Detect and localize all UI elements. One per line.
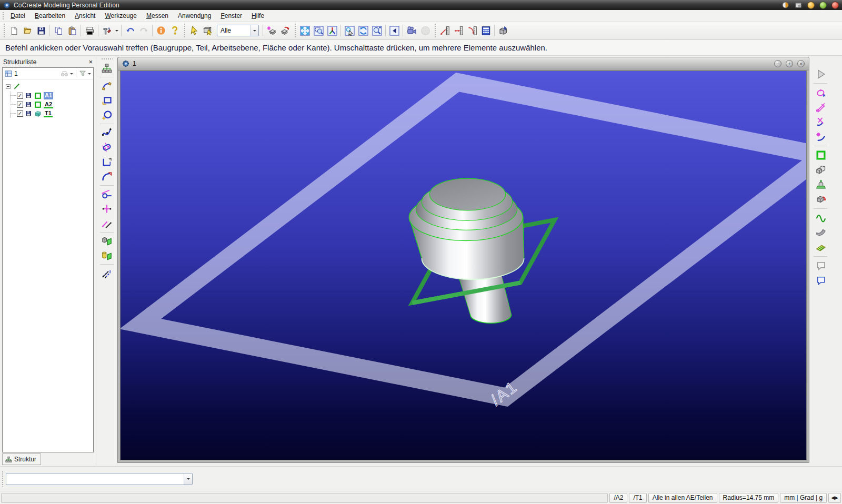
customize-dropdown-button[interactable] (114, 24, 119, 37)
toolbar-drag-handle[interactable] (294, 23, 296, 38)
selection-filter-arrow[interactable] (250, 25, 258, 36)
new-button[interactable] (7, 24, 21, 37)
status-units[interactable]: mm | Grad | g (780, 493, 827, 503)
calculator-button[interactable] (479, 24, 493, 37)
hatch-button[interactable] (99, 266, 114, 280)
delete-highlight-button[interactable] (265, 24, 278, 37)
sketch-rectangle-button[interactable] (99, 93, 114, 108)
tree-row-a2[interactable]: ✓ A2 (11, 100, 92, 109)
menu-anwendung[interactable]: Anwendung (173, 11, 216, 21)
measure-length-button[interactable] (452, 24, 465, 37)
camera-button[interactable] (405, 24, 418, 37)
menu-ansicht[interactable]: Ansicht (70, 11, 100, 21)
language-toggle-icon[interactable] (782, 2, 790, 8)
undo-button[interactable] (123, 24, 137, 37)
viewport-note-button[interactable] (814, 258, 828, 273)
help-button[interactable] (168, 24, 182, 37)
tree-expander-icon[interactable] (6, 84, 11, 89)
select-part-button[interactable] (201, 24, 215, 37)
customize-button[interactable] (100, 24, 114, 37)
menu-hilfe[interactable]: Hilfe (247, 11, 269, 21)
freeform-button[interactable] (814, 210, 828, 225)
minimize-button[interactable] (807, 2, 815, 9)
machine-button[interactable] (814, 177, 828, 192)
mesh-button[interactable] (814, 240, 828, 255)
menu-datei[interactable]: Datei (6, 11, 30, 21)
tree-root-row[interactable] (4, 82, 92, 91)
paste-button[interactable] (65, 24, 79, 37)
tree-item-label[interactable]: A2 (44, 101, 53, 108)
sketch-slot-button[interactable] (99, 140, 114, 155)
close-button[interactable] (831, 2, 839, 9)
search-dropdown-caret[interactable] (70, 73, 73, 76)
visibility-checkbox[interactable]: ✓ (17, 102, 23, 108)
status-workplane[interactable]: /A2 (609, 493, 627, 503)
sketch-circle-button[interactable] (99, 108, 114, 123)
viewport-close-button[interactable]: × (797, 60, 805, 67)
rotate-view-button[interactable] (356, 24, 370, 37)
command-combobox-arrow[interactable] (184, 473, 192, 485)
sketch-point-button[interactable] (99, 201, 114, 216)
project-cylinder-button[interactable] (99, 248, 114, 263)
tab-struktur[interactable]: Struktur (2, 453, 41, 465)
print-button[interactable] (83, 24, 96, 37)
command-line-drag-handle[interactable] (2, 471, 4, 487)
status-part[interactable]: /T1 (629, 493, 646, 503)
dimension-button[interactable] (814, 100, 828, 115)
toolbar-drag-handle[interactable] (434, 23, 436, 38)
measure-distance-button[interactable] (438, 24, 452, 37)
tree-row-a1[interactable]: ✓ A1 (11, 91, 92, 100)
measure-angle-button[interactable] (465, 24, 479, 37)
copy-button[interactable] (52, 24, 65, 37)
new-workplane-button[interactable] (814, 148, 828, 163)
tree-item-label[interactable]: A1 (44, 92, 53, 99)
menu-werkzeuge[interactable]: Werkzeuge (100, 11, 141, 21)
selection-filter-combobox[interactable]: Alle (217, 25, 259, 36)
toolbar-drag-handle[interactable] (184, 23, 186, 38)
play-macro-button[interactable] (814, 67, 828, 82)
modify-3d-button[interactable] (814, 192, 828, 207)
window-switch-icon[interactable] (795, 2, 803, 8)
toolbar-drag-handle[interactable] (3, 23, 5, 38)
menu-bearbeiten[interactable]: Bearbeiten (30, 11, 70, 21)
redo-button[interactable] (137, 24, 151, 37)
visibility-checkbox[interactable]: ✓ (17, 110, 23, 117)
menu-fenster[interactable]: Fenster (216, 11, 247, 21)
viewport-title-bar[interactable]: 1 − + × (118, 57, 809, 70)
save-button[interactable] (34, 24, 48, 37)
status-scope[interactable]: Alle in allen AE/Teilen (648, 493, 717, 503)
viewport-maximize-button[interactable]: + (786, 60, 793, 67)
filter-funnel-icon[interactable] (79, 70, 86, 77)
visibility-checkbox[interactable]: ✓ (17, 93, 23, 99)
structure-panel-close-button[interactable]: × (88, 58, 93, 65)
loft-button[interactable] (814, 225, 828, 240)
open-button[interactable] (21, 24, 34, 37)
status-radius[interactable]: Radius=14.75 mm (719, 493, 779, 503)
structure-browser-button[interactable] (99, 61, 114, 76)
set-rotation-center-button[interactable] (343, 24, 356, 37)
sketch-spline-button[interactable] (99, 125, 114, 140)
maximize-button[interactable] (819, 2, 827, 9)
measure-3d-button[interactable] (496, 24, 510, 37)
info-button[interactable] (154, 24, 168, 37)
search-binoculars-icon[interactable] (61, 70, 68, 77)
project-solid-button[interactable] (99, 234, 114, 248)
trim-3d-button[interactable] (814, 115, 828, 129)
status-scroll-arrows[interactable]: ◀▶ (828, 493, 841, 503)
sketch-toolbar-drag-handle[interactable] (101, 58, 113, 60)
menubar-drag-handle[interactable] (2, 12, 4, 19)
viewport-minimize-button[interactable]: − (774, 60, 781, 67)
sketch-tangent-button[interactable] (99, 187, 114, 201)
delete-button[interactable] (278, 24, 292, 37)
3d-canvas[interactable]: /A1 (121, 71, 806, 460)
select-button[interactable] (187, 24, 201, 37)
revolve-button[interactable] (814, 85, 828, 100)
sketch-line-button[interactable] (99, 216, 114, 231)
filter-dropdown-caret[interactable] (88, 73, 91, 76)
menu-messen[interactable]: Messen (142, 11, 173, 21)
view-orientation-button[interactable] (325, 24, 339, 37)
new-part-button[interactable] (814, 163, 828, 177)
zoom-window-button[interactable] (312, 24, 325, 37)
command-combobox[interactable] (6, 473, 193, 485)
tree-item-label[interactable]: T1 (44, 110, 53, 117)
